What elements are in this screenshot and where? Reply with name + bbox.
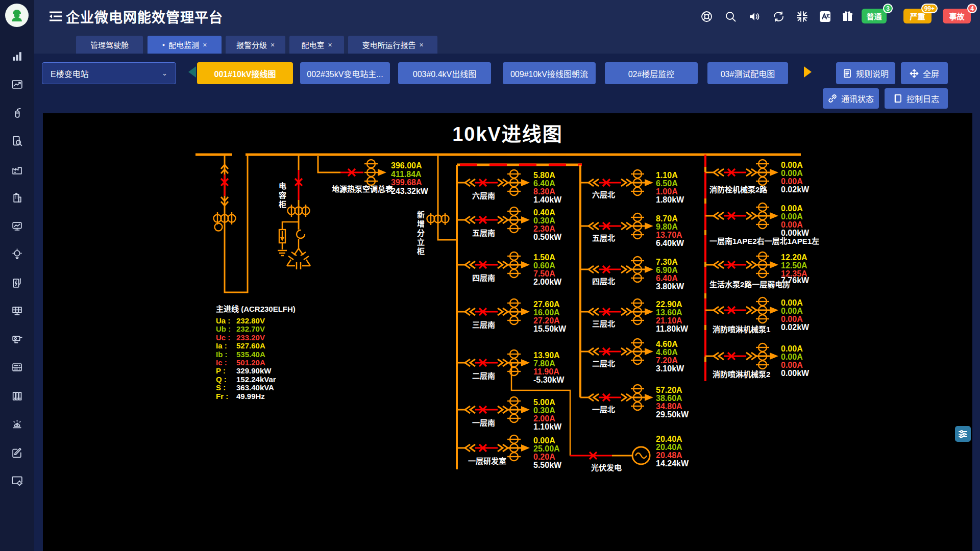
nav-tab-substation-report[interactable]: 变电所运行报告 ×	[348, 36, 437, 54]
feeder-north-6[interactable]: 1.10A 6.50A 1.00A 1.80kW 六层北	[580, 170, 684, 204]
svg-text:五层北: 五层北	[592, 234, 615, 242]
camera-icon[interactable]	[11, 333, 23, 346]
refresh-icon[interactable]	[772, 10, 786, 23]
svg-text:消防喷淋机械泵2: 消防喷淋机械泵2	[713, 370, 770, 379]
feeder-south-lab[interactable]: 0.00A 25.00A 0.20A 5.50kW 一层研发室	[457, 435, 562, 469]
diagram-tab-03[interactable]: 03#测试配电图	[707, 62, 788, 84]
nav-tab-label: 配电室	[301, 39, 324, 50]
solar-panel-icon[interactable]	[11, 305, 23, 317]
nav-tab-distribution-monitoring[interactable]: ● 配电监测 ×	[148, 36, 222, 54]
archive-icon[interactable]	[11, 390, 23, 403]
feeder-north-2[interactable]: 4.60A 4.60A 7.20A 3.10kW 二层北	[580, 339, 684, 373]
feeder-gshp[interactable]: 396.00A 411.84A 399.68A 243.32kW 地源热泵空调总…	[318, 156, 429, 195]
feeder-north-5[interactable]: 8.70A 9.80A 13.70A 6.40kW 五层北	[580, 213, 684, 247]
feeder-sprinkler-pump-2[interactable]: 0.00A 0.00A 0.00A 0.00kW 消防喷淋机械泵2	[705, 343, 810, 379]
ev-charger-icon[interactable]	[11, 277, 23, 289]
menu-toggle-icon[interactable]	[48, 9, 63, 23]
factory-icon[interactable]	[11, 163, 23, 176]
fullscreen-button[interactable]: 全屏	[901, 62, 948, 84]
alarm-badge-fault[interactable]: 事故 4	[943, 9, 971, 23]
svg-text:15.50kW: 15.50kW	[533, 324, 567, 333]
pv-generation[interactable]: 20.40A 20.40A 20.48A 14.24kW 光伏发电	[570, 435, 689, 472]
feeder-south-3[interactable]: 27.60A 16.00A 27.20A 15.50kW 三层南	[457, 299, 567, 333]
control-log-button[interactable]: 控制日志	[885, 88, 948, 109]
close-icon[interactable]: ×	[328, 41, 332, 49]
svg-text:六层南: 六层南	[472, 191, 495, 200]
svg-text:1.40kW: 1.40kW	[533, 195, 562, 204]
pv-p: 14.24kW	[656, 459, 689, 468]
nav-tab-alarm-grading[interactable]: 报警分级 ×	[226, 36, 285, 54]
svg-text:0.00A: 0.00A	[781, 344, 803, 353]
monitor-chart-icon[interactable]	[11, 220, 23, 233]
feeder-south-6[interactable]: 5.80A 6.40A 8.30A 1.40kW 六层南	[457, 170, 562, 204]
feeder-sprinkler-pump-1[interactable]: 0.00A 0.00A 0.00A 0.02kW 消防喷淋机械泵1	[705, 297, 810, 334]
edit-icon[interactable]	[11, 446, 23, 459]
alarm-badge-normal[interactable]: 普通 3	[862, 9, 887, 23]
diagram-tab-002[interactable]: 002#35kV变电站主...	[300, 62, 390, 84]
compress-icon[interactable]	[795, 10, 809, 23]
feeder-ape[interactable]: 0.00A 0.00A 0.00A 0.00kW 一层南1APE2右一层北1AP…	[705, 203, 819, 245]
audit-search-icon[interactable]	[11, 135, 23, 147]
capacitor-branch[interactable]	[278, 155, 310, 269]
svg-text:4.60A: 4.60A	[656, 340, 678, 348]
svg-text:0.00A: 0.00A	[781, 212, 803, 221]
gift-icon[interactable]	[841, 10, 854, 23]
nav-tabs: 管理驾驶舱 ● 配电监测 × 报警分级 × 配电室 × 变电所运行报告 ×	[68, 36, 980, 54]
diagram-tab-009[interactable]: 009#10kV接线图朝流	[503, 62, 596, 84]
new-cabinet-branch[interactable]	[427, 155, 457, 240]
diagram-tab-003[interactable]: 003#0.4kV出线图	[398, 62, 491, 84]
building-icon[interactable]	[11, 191, 23, 204]
svg-text:34.80A: 34.80A	[656, 402, 682, 411]
comm-status-button[interactable]: 通讯状态	[823, 88, 879, 109]
svg-text:0.02kW: 0.02kW	[781, 323, 810, 332]
tabs-scroll-right-icon[interactable]	[804, 66, 812, 78]
feeder-north-3[interactable]: 22.90A 13.60A 21.10A 11.80kW 三层北	[580, 299, 689, 333]
tabs-scroll-left-icon[interactable]	[188, 66, 196, 78]
feeder-water-pump[interactable]: 12.20A 12.50A 12.35A 7.76kW 生活水泵2路一层弱电房	[705, 252, 810, 289]
nav-tab-distribution-room[interactable]: 配电室 ×	[289, 36, 344, 54]
svg-text:6.40A: 6.40A	[656, 274, 678, 283]
gshp-ia: 396.00A	[391, 161, 422, 170]
close-icon[interactable]: ×	[419, 41, 423, 49]
svg-text:0.00A: 0.00A	[781, 353, 803, 361]
pv-label: 光伏发电	[591, 463, 622, 472]
diagram-tab-001[interactable]: 001#10kV接线图	[197, 62, 293, 84]
svg-text:6.40A: 6.40A	[533, 179, 555, 188]
svg-text:四层南: 四层南	[472, 273, 495, 282]
idea-bulb-icon[interactable]	[11, 248, 23, 261]
feeder-south-2[interactable]: 13.90A 7.80A 11.90A -5.30kW 二层南	[457, 350, 565, 384]
translate-icon[interactable]	[818, 10, 832, 23]
search-icon[interactable]	[724, 10, 738, 23]
svg-text:六层北: 六层北	[592, 190, 615, 199]
fire-extinguisher-icon[interactable]	[11, 107, 23, 119]
pv-ia: 20.40A	[656, 435, 682, 443]
alarm-badge-severe[interactable]: 严重 99+	[903, 9, 932, 23]
alarm-lamp-icon[interactable]	[11, 418, 23, 431]
diagram-settings-button[interactable]	[955, 426, 971, 442]
volume-icon[interactable]	[747, 10, 761, 23]
service-icon[interactable]	[700, 10, 714, 23]
svg-text:11.90A: 11.90A	[533, 367, 559, 376]
power-cabinet-icon[interactable]	[11, 361, 23, 374]
close-icon[interactable]: ×	[203, 41, 207, 49]
svg-text:三层北: 三层北	[592, 319, 615, 328]
bar-chart-icon[interactable]	[11, 50, 23, 63]
system-config-icon[interactable]	[11, 474, 23, 487]
svg-text:27.60A: 27.60A	[533, 300, 560, 309]
feeder-south-5[interactable]: 0.40A 0.30A 2.30A 0.50kW 五层南	[457, 207, 562, 241]
feeder-fire-pump-2[interactable]: 0.00A 0.00A 0.00A 0.02kW 消防栓机械泵2路	[705, 160, 810, 194]
station-select[interactable]: E楼变电站 ⌄	[42, 62, 176, 84]
diagram-tab-02[interactable]: 02#楼层监控	[605, 62, 698, 84]
nav-tab-dashboard[interactable]: 管理驾驶舱	[76, 36, 143, 54]
trend-chart-icon[interactable]	[11, 78, 23, 91]
svg-text:7.80A: 7.80A	[533, 359, 555, 368]
feeder-south-1[interactable]: 5.00A 0.30A 2.00A 1.10kW 一层南	[457, 397, 562, 431]
feeder-north-4[interactable]: 7.30A 6.90A 6.40A 3.80kW 四层北	[580, 257, 684, 291]
rules-button[interactable]: 规则说明	[836, 62, 895, 84]
pv-ib: 20.40A	[656, 443, 682, 452]
svg-text:13.70A: 13.70A	[656, 231, 682, 239]
svg-text:2.30A: 2.30A	[533, 224, 555, 233]
feeder-south-4[interactable]: 1.50A 0.60A 7.50A 2.00kW 四层南	[457, 252, 562, 286]
feeder-north-1[interactable]: 57.20A 38.60A 34.80A 29.50kW 一层北	[580, 385, 689, 419]
close-icon[interactable]: ×	[271, 41, 275, 49]
